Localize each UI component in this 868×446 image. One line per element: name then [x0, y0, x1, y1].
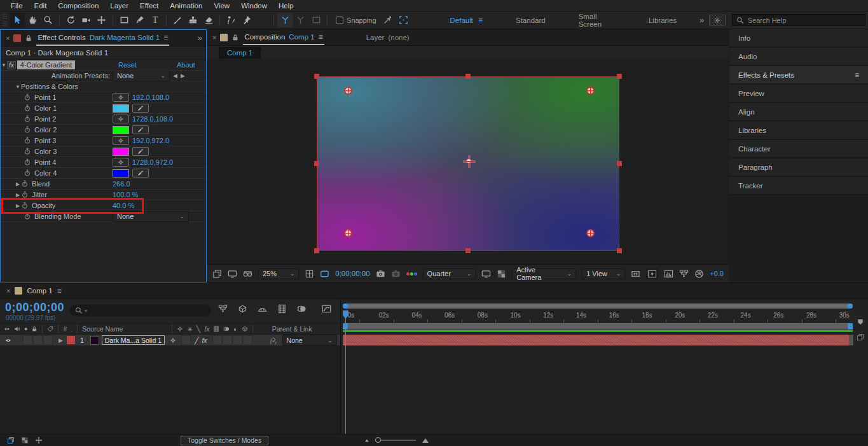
selection-handle[interactable] — [465, 248, 471, 253]
lock-toggle-cell[interactable] — [43, 335, 53, 345]
close-icon[interactable]: × — [6, 287, 10, 295]
collapse-switch-icon[interactable]: ✳ — [187, 326, 192, 333]
color-swatch[interactable] — [113, 169, 129, 178]
timeline-navigator[interactable] — [343, 303, 853, 309]
property-label[interactable]: Blend — [32, 180, 50, 188]
workspace-small-screen[interactable]: Small Screen — [562, 13, 632, 28]
stopwatch-icon[interactable] — [21, 180, 29, 188]
resolution-dropdown[interactable]: Quarter ⌄ — [423, 268, 476, 279]
magnification-dropdown[interactable]: 25% ⌄ — [258, 268, 299, 279]
preset-prev-icon[interactable]: ◀ — [173, 73, 177, 79]
3d-cell[interactable] — [243, 335, 252, 345]
property-label[interactable]: Jitter — [32, 191, 47, 199]
frame-blending-icon[interactable] — [277, 304, 287, 314]
exposure-value[interactable]: +0.0 — [710, 270, 724, 277]
jitter-value[interactable]: 100.0 % — [113, 191, 138, 199]
index-column-header[interactable]: # — [63, 325, 67, 333]
workspace-overflow-chevron[interactable]: » — [699, 15, 703, 25]
zoom-out-icon[interactable] — [365, 439, 369, 442]
eyedropper-button[interactable] — [132, 147, 149, 156]
sidebar-panel-character[interactable]: Character — [729, 140, 868, 158]
orbit-camera-tool-button[interactable] — [63, 13, 78, 27]
world-axis-mode-button[interactable] — [293, 13, 308, 27]
blending-mode-dropdown[interactable]: None ⌄ — [113, 211, 189, 222]
property-label[interactable]: Point 4 — [34, 158, 56, 166]
property-label[interactable]: Color 3 — [34, 148, 57, 155]
show-channels-icon[interactable] — [406, 272, 417, 275]
stopwatch-icon[interactable] — [24, 158, 31, 166]
property-label[interactable]: Point 2 — [34, 115, 56, 123]
draft-3d-icon[interactable] — [238, 304, 247, 314]
layer-name[interactable]: Dark Ma...a Solid 1 — [102, 335, 165, 345]
solo-column-icon[interactable]: ● — [24, 326, 27, 332]
panel-menu-icon[interactable]: ≡ — [57, 286, 62, 295]
audio-toggle-cell[interactable] — [23, 335, 32, 345]
eraser-tool-button[interactable] — [201, 13, 216, 27]
menu-file[interactable]: File — [5, 2, 29, 10]
composition-mini-flowchart-icon[interactable] — [218, 304, 228, 314]
point-value[interactable]: 1728.0,108.0 — [132, 115, 173, 123]
lock-column-icon[interactable] — [31, 326, 38, 332]
point-value[interactable]: 1728.0,972.0 — [132, 158, 173, 166]
property-label[interactable]: Point 1 — [34, 94, 56, 101]
expand-layer-switches-icon[interactable] — [7, 436, 15, 444]
stopwatch-icon[interactable] — [24, 126, 31, 134]
property-label[interactable]: Color 2 — [34, 126, 57, 134]
point-value[interactable]: 192.0,108.0 — [132, 94, 169, 101]
color-swatch[interactable] — [113, 148, 129, 156]
selection-tool-button[interactable] — [10, 13, 25, 27]
fx-badge-icon[interactable]: fx — [7, 61, 16, 69]
layer-fx-switch[interactable]: fx — [202, 337, 207, 344]
pen-tool-button[interactable] — [132, 13, 148, 27]
transparency-grid-icon[interactable] — [497, 269, 506, 279]
group-collapse-triangle-icon[interactable]: ▼ — [15, 84, 21, 90]
mask-visibility-icon[interactable] — [399, 15, 408, 25]
view-count-dropdown[interactable]: 1 View ⌄ — [582, 268, 625, 279]
always-preview-icon[interactable] — [212, 269, 222, 279]
roto-brush-tool-button[interactable] — [223, 13, 238, 27]
effect-point-2-handle[interactable] — [586, 87, 595, 95]
blend-value[interactable]: 266.0 — [113, 180, 130, 188]
panel-menu-icon[interactable]: ≡ — [855, 71, 859, 80]
close-icon[interactable]: × — [212, 34, 216, 41]
preset-next-icon[interactable]: ▶ — [181, 73, 185, 79]
stopwatch-icon[interactable] — [21, 191, 29, 199]
menu-animation[interactable]: Animation — [164, 2, 208, 10]
grid-guides-icon[interactable] — [305, 269, 314, 279]
parent-dropdown[interactable]: None ⌄ — [282, 335, 337, 345]
panel-menu-icon[interactable]: ≡ — [319, 32, 323, 41]
property-label[interactable]: Blending Mode — [34, 213, 81, 220]
opacity-value[interactable]: 40.0 % — [113, 202, 134, 209]
property-label[interactable]: Point 3 — [34, 137, 56, 144]
expand-triangle-icon[interactable]: ▶ — [15, 181, 21, 187]
lock-icon[interactable] — [231, 34, 239, 41]
primary-viewer-icon[interactable] — [228, 269, 237, 279]
hide-shy-layers-icon[interactable] — [258, 304, 267, 314]
snap-options-icon[interactable] — [383, 15, 392, 25]
camera-tool-button[interactable] — [78, 13, 93, 27]
local-axis-mode-button[interactable] — [277, 13, 293, 27]
property-label[interactable]: Color 4 — [34, 169, 57, 177]
pixel-aspect-correction-icon[interactable] — [631, 269, 640, 279]
workspace-standard[interactable]: Standard — [499, 17, 562, 24]
view-axis-mode-button[interactable] — [308, 13, 324, 27]
puppet-pin-tool-button[interactable] — [239, 13, 254, 27]
source-name-column-header[interactable]: Source Name — [82, 325, 123, 333]
sidebar-panel-tracker[interactable]: Tracker — [729, 177, 868, 195]
sidebar-panel-preview[interactable]: Preview — [729, 85, 868, 103]
adjustment-layer-switch-icon[interactable]: ◐ — [233, 325, 237, 333]
workspace-libraries[interactable]: Libraries — [632, 17, 693, 24]
hand-tool-button[interactable] — [25, 13, 40, 27]
layer-label-chip[interactable] — [67, 336, 75, 344]
selection-handle[interactable] — [314, 161, 319, 166]
zoom-tool-button[interactable] — [41, 13, 56, 27]
expand-transfer-controls-icon[interactable] — [21, 436, 29, 444]
tab-timeline-comp1[interactable]: Comp 1 — [27, 287, 52, 295]
expand-triangle-icon[interactable]: ▶ — [15, 203, 21, 209]
layer-quality-slash[interactable]: ╱ — [195, 337, 198, 344]
work-area-range[interactable] — [343, 323, 853, 330]
sidebar-panel-libraries[interactable]: Libraries — [729, 122, 868, 140]
composition-viewport[interactable] — [207, 60, 729, 264]
panel-overflow-chevron[interactable]: » — [198, 33, 201, 43]
layer-anchor-point[interactable] — [464, 156, 475, 167]
